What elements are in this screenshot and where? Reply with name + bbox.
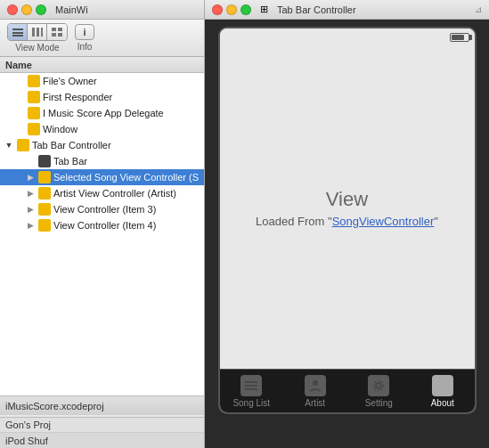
svg-rect-12 xyxy=(245,388,257,390)
columns-icon xyxy=(32,28,43,37)
icon-tab-bar-controller xyxy=(17,139,29,151)
tab-item-setting[interactable]: Setting xyxy=(347,370,412,412)
disclosure-vc-item3[interactable]: ▶ xyxy=(25,204,36,215)
toolbar: View Mode i Info xyxy=(0,20,204,57)
tab-item-song-list[interactable]: Song List xyxy=(220,370,284,412)
svg-rect-5 xyxy=(41,28,43,37)
project-name: iMusicScore.xcodeproj xyxy=(5,401,104,411)
icon-files-owner xyxy=(28,75,40,87)
right-titlebar: ⊞ Tab Bar Controller ⊿ xyxy=(205,0,489,20)
right-close-button[interactable] xyxy=(212,4,223,15)
recent-item-1-label: Gon's Proj xyxy=(5,419,51,430)
tree-item-tab-bar-controller[interactable]: ▼ Tab Bar Controller xyxy=(0,137,204,153)
icon-app-delegate xyxy=(28,107,40,119)
label-first-responder: First Responder xyxy=(43,92,112,102)
right-maximize-button[interactable] xyxy=(240,4,251,15)
info-button[interactable]: i xyxy=(75,24,94,40)
disclosure-vc-item4[interactable]: ▶ xyxy=(25,220,36,231)
svg-rect-7 xyxy=(58,28,62,31)
tree-item-selected-song-vc[interactable]: ▶ Selected Song View Controller (S xyxy=(0,169,204,185)
tree-view[interactable]: ▶ File's Owner ▶ First Responder ▶ I Mus… xyxy=(0,73,204,395)
traffic-lights xyxy=(7,4,46,15)
label-vc-item3: View Controller (Item 3) xyxy=(53,204,156,215)
label-tab-bar-controller: Tab Bar Controller xyxy=(32,140,111,151)
icon-first-responder xyxy=(28,91,40,103)
icon-artist-vc xyxy=(38,187,51,200)
right-traffic-lights xyxy=(212,4,251,15)
tab-label-about: About xyxy=(431,398,454,408)
right-window-icon: ⊞ xyxy=(260,4,268,15)
loaded-from-text: Loaded From "SongViewController" xyxy=(256,215,438,228)
battery-fill xyxy=(452,35,464,40)
view-label: View xyxy=(326,188,368,211)
recent-item-2-label: iPod Shuf xyxy=(5,436,48,446)
ios-status-bar xyxy=(220,29,475,46)
song-list-icon xyxy=(240,375,262,396)
svg-rect-2 xyxy=(12,35,23,37)
svg-rect-9 xyxy=(58,33,62,37)
info-icon: i xyxy=(436,379,449,392)
label-window: Window xyxy=(43,124,77,134)
tree-item-tab-bar[interactable]: ▶ Tab Bar xyxy=(0,153,204,169)
disclosure-tab-bar-controller[interactable]: ▼ xyxy=(4,140,14,151)
icon-tab-bar xyxy=(38,155,51,167)
label-vc-item4: View Controller (Item 4) xyxy=(53,220,156,231)
tree-item-files-owner[interactable]: ▶ File's Owner xyxy=(0,73,204,89)
tab-item-artist[interactable]: Artist xyxy=(283,370,347,412)
svg-text:i: i xyxy=(442,382,444,391)
tree-item-window[interactable]: ▶ Window xyxy=(0,121,204,137)
tab-label-setting: Setting xyxy=(365,398,393,408)
view-mode-control[interactable] xyxy=(7,23,68,41)
tab-label-song-list: Song List xyxy=(232,398,270,408)
label-app-delegate: I Music Score App Delegate xyxy=(43,108,164,118)
disclosure-artist-vc[interactable]: ▶ xyxy=(25,188,36,199)
tree-item-first-responder[interactable]: ▶ First Responder xyxy=(0,89,204,105)
right-minimize-button[interactable] xyxy=(226,4,237,15)
svg-rect-0 xyxy=(12,29,23,30)
column-header: Name xyxy=(0,57,204,73)
close-button[interactable] xyxy=(7,4,18,15)
loaded-from-link[interactable]: SongViewController xyxy=(332,215,435,228)
about-icon: i xyxy=(432,375,453,396)
artist-icon xyxy=(305,375,326,396)
tree-item-artist-vc[interactable]: ▶ Artist View Controller (Artist) xyxy=(0,185,204,201)
maximize-button[interactable] xyxy=(36,4,46,15)
bottom-bar: iMusicScore.xcodeproj xyxy=(0,395,204,415)
person-icon xyxy=(309,379,322,392)
view-mode-group: View Mode xyxy=(7,23,68,53)
svg-point-14 xyxy=(376,383,381,388)
battery-icon xyxy=(450,33,469,42)
window-title: MainWi xyxy=(55,4,88,15)
loaded-from-quote-close: " xyxy=(434,215,438,228)
device-frame: View Loaded From "SongViewController" xyxy=(205,20,489,448)
resize-indicator: ⊿ xyxy=(475,4,482,14)
icon-vc-item3 xyxy=(38,203,51,216)
tree-item-vc-item4[interactable]: ▶ View Controller (Item 4) xyxy=(0,217,204,233)
label-files-owner: File's Owner xyxy=(43,76,97,86)
svg-rect-3 xyxy=(32,28,35,37)
ios-content-area: View Loaded From "SongViewController" xyxy=(220,46,475,369)
tree-item-vc-item3[interactable]: ▶ View Controller (Item 3) xyxy=(0,201,204,217)
svg-rect-11 xyxy=(245,385,257,387)
minimize-button[interactable] xyxy=(21,4,32,15)
label-artist-vc: Artist View Controller (Artist) xyxy=(53,188,176,199)
tab-label-artist: Artist xyxy=(305,398,325,408)
icon-vc-item4 xyxy=(38,219,51,232)
disclosure-selected-song-vc[interactable]: ▶ xyxy=(25,172,36,183)
info-btn-group: i Info xyxy=(75,24,94,52)
recent-item-1[interactable]: Gon's Proj xyxy=(0,418,204,433)
view-mode-list-btn[interactable] xyxy=(8,24,28,40)
right-window-title: Tab Bar Controller xyxy=(277,4,356,15)
tree-item-app-delegate[interactable]: ▶ I Music Score App Delegate xyxy=(0,105,204,121)
grid-icon xyxy=(52,28,62,37)
recent-item-2[interactable]: iPod Shuf xyxy=(0,433,204,448)
svg-rect-10 xyxy=(245,381,257,383)
view-mode-col-btn[interactable] xyxy=(28,24,47,40)
setting-icon xyxy=(368,375,389,396)
svg-rect-1 xyxy=(12,32,23,34)
name-column-header: Name xyxy=(5,60,32,70)
tab-item-about[interactable]: i About xyxy=(411,370,475,412)
tab-bar: Song List Artist xyxy=(220,369,475,412)
view-mode-icon-btn[interactable] xyxy=(47,24,67,40)
gear-icon xyxy=(372,379,385,392)
